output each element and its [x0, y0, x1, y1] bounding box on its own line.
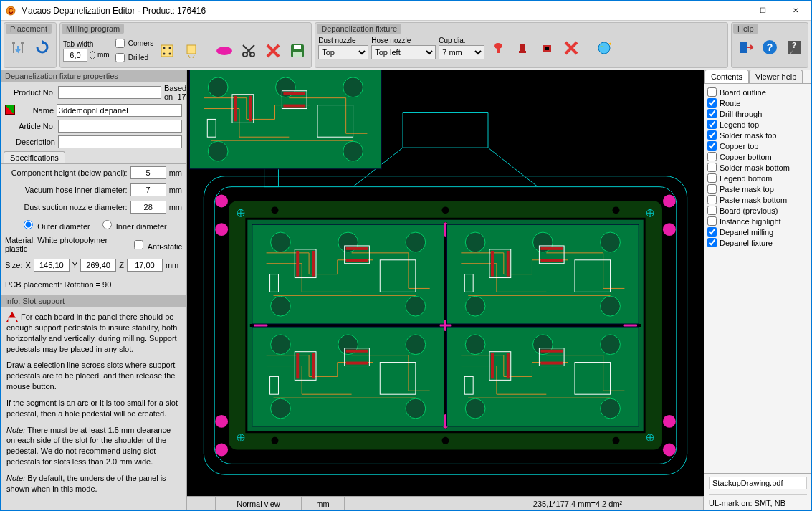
layer-row[interactable]: Solder mask top [707, 130, 808, 140]
rotate-button[interactable] [32, 37, 53, 58]
layer-checkbox[interactable] [707, 216, 717, 226]
svg-rect-14 [497, 48, 500, 53]
layer-checkbox[interactable] [707, 238, 717, 247]
layer-checkbox[interactable] [707, 206, 717, 215]
toolbar-group-title: Depanelization fixture [317, 24, 401, 34]
svg-rect-64 [249, 96, 252, 122]
cupdia-select[interactable]: 7 mm [439, 45, 484, 59]
milling-tool-1-button[interactable] [156, 40, 178, 62]
layer-row[interactable]: Legend bottom [707, 173, 808, 183]
spin-down-icon[interactable] [89, 55, 96, 61]
context-help-button[interactable]: ? [783, 37, 805, 58]
tabwidth-input[interactable] [63, 49, 87, 62]
exit-button[interactable] [735, 37, 756, 58]
dust-label: Dust suction nozzle diameter: [5, 203, 128, 211]
layer-checkbox[interactable] [707, 184, 717, 194]
layer-checkbox[interactable] [707, 163, 717, 172]
layer-row[interactable]: Copper bottom [707, 151, 808, 162]
svg-point-71 [442, 437, 449, 444]
drilled-checkbox[interactable]: Drilled [113, 51, 148, 65]
color-swatch[interactable] [5, 105, 15, 115]
layer-label: Instance highlight [720, 217, 781, 226]
articleno-label: Article No. [5, 122, 55, 130]
layer-checkbox[interactable] [707, 98, 717, 108]
vacuum-input[interactable] [130, 183, 166, 196]
compheight-input[interactable] [130, 166, 166, 179]
svg-point-69 [613, 206, 620, 214]
layer-checkbox[interactable] [707, 195, 717, 204]
milling-tool-2-button[interactable] [181, 40, 202, 62]
maximize-button[interactable]: ☐ [747, 1, 779, 21]
tab-contents[interactable]: Contents [704, 70, 749, 83]
svg-text:C: C [8, 7, 13, 15]
layer-checkbox[interactable] [707, 130, 717, 140]
layer-row[interactable]: Instance highlight [707, 216, 808, 226]
dustnozzle-select[interactable]: Top [318, 45, 368, 59]
layer-row[interactable]: Board (previous) [707, 205, 808, 216]
cup-red-button[interactable] [487, 37, 509, 59]
layer-label: Depanel milling [720, 228, 773, 237]
dust-input[interactable] [130, 201, 166, 214]
delete-fixture-button[interactable] [560, 37, 582, 59]
tab-specifications[interactable]: Specifications [4, 151, 65, 163]
help-button[interactable]: ? [759, 37, 780, 58]
tab-viewer-help[interactable]: Viewer help [749, 70, 803, 83]
layer-checkbox[interactable] [707, 173, 717, 183]
layer-row[interactable]: Depanel fixture [707, 237, 808, 248]
layer-checkbox[interactable] [707, 227, 717, 237]
corners-checkbox[interactable]: Corners [113, 37, 154, 50]
cup-darkred-button[interactable] [512, 37, 533, 59]
layer-row[interactable]: Route [707, 97, 808, 108]
productno-input[interactable] [58, 86, 161, 99]
layer-row[interactable]: Solder mask bottom [707, 162, 808, 173]
layers-panel: Contents Viewer help Board outlineRouteD… [704, 70, 811, 510]
toolbar-group-milling: Milling program Tab width mm Corners Dri… [59, 22, 312, 68]
layer-checkbox[interactable] [707, 109, 717, 118]
globe-button[interactable] [593, 37, 615, 59]
layer-checkbox[interactable] [707, 141, 717, 151]
size-z-input[interactable] [127, 259, 163, 272]
layer-label: Route [720, 99, 740, 108]
placement-info: PCB placement: Rotation = 90 [1, 274, 186, 295]
stackup-link[interactable]: StackupDrawing.pdf [709, 477, 807, 489]
layer-row[interactable]: Board outline [707, 87, 808, 97]
cup-frame-button[interactable] [536, 37, 558, 59]
pcb-viewport[interactable]: Normal view mm 235,1*177,4 mm=4,2 dm² [187, 70, 704, 510]
layer-row[interactable]: Paste mask top [707, 183, 808, 194]
layer-checkbox[interactable] [707, 87, 717, 97]
layer-label: Legend top [720, 120, 759, 129]
hosenozzle-select[interactable]: Top left [371, 45, 436, 59]
layer-row[interactable]: Drill through [707, 108, 808, 119]
minimize-button[interactable]: — [715, 1, 747, 21]
place-panel-button[interactable] [7, 37, 29, 58]
save-milling-button[interactable] [287, 40, 308, 62]
spin-up-icon[interactable] [89, 49, 96, 55]
layer-checkbox[interactable] [707, 152, 717, 161]
tabwidth-label: Tab width [63, 40, 93, 48]
svg-point-19 [598, 42, 610, 54]
status-dims: 235,1*177,4 mm=4,2 dm² [452, 497, 704, 510]
name-input[interactable] [57, 104, 182, 117]
slot-pedestal-button[interactable] [214, 40, 235, 62]
antistatic-checkbox[interactable]: Anti-static [131, 238, 182, 252]
inner-diameter-radio[interactable]: Inner diameter [99, 218, 167, 231]
layer-label: Board outline [720, 88, 766, 97]
window-title: Macaos Depanelization Editor - Product: … [21, 6, 715, 16]
outer-diameter-radio[interactable]: Outer diameter [20, 218, 90, 231]
size-y-input[interactable] [80, 259, 116, 272]
svg-point-57 [343, 141, 363, 161]
articleno-input[interactable] [58, 120, 182, 133]
svg-rect-66 [283, 105, 305, 108]
size-x-input[interactable] [34, 259, 70, 272]
layer-row[interactable]: Copper top [707, 140, 808, 151]
layer-row[interactable]: Legend top [707, 119, 808, 130]
close-button[interactable]: ✕ [779, 1, 811, 21]
scissors-button[interactable] [238, 40, 259, 62]
layer-row[interactable]: Depanel milling [707, 226, 808, 237]
description-input[interactable] [58, 135, 182, 148]
pcb-canvas[interactable] [187, 70, 704, 496]
layer-label: Depanel fixture [720, 239, 773, 247]
delete-milling-button[interactable] [262, 40, 284, 62]
layer-row[interactable]: Paste mask bottom [707, 194, 808, 205]
layer-checkbox[interactable] [707, 120, 717, 129]
